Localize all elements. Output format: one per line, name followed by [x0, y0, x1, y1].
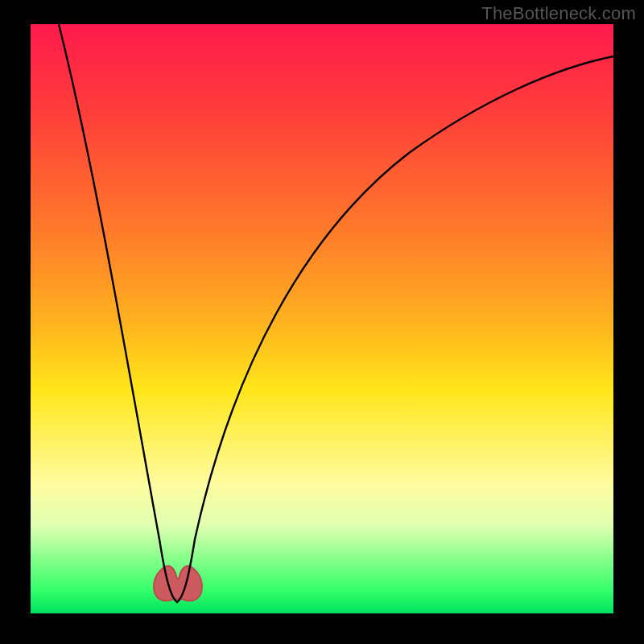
plot-area	[31, 24, 613, 613]
bottleneck-curve	[31, 24, 613, 613]
outer-frame: TheBottleneck.com	[0, 0, 644, 644]
watermark-text: TheBottleneck.com	[481, 3, 636, 24]
